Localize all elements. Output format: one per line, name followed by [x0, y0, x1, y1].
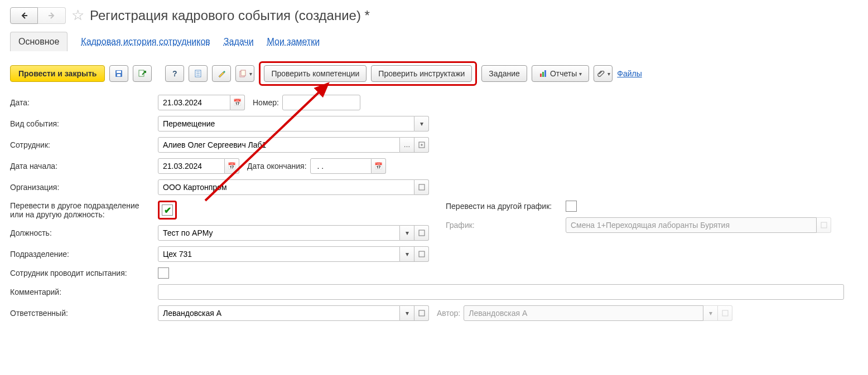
- event-type-label: Вид события:: [10, 119, 158, 128]
- transfer-schedule-label: Перевести на другой график:: [446, 202, 566, 211]
- employee-open-button[interactable]: [414, 137, 429, 153]
- svg-rect-15: [419, 184, 425, 190]
- number-label: Номер:: [253, 98, 279, 107]
- paperclip-icon: [596, 69, 605, 78]
- document-icon: [194, 69, 202, 78]
- dept-input[interactable]: [158, 246, 400, 262]
- arrow-right-icon: [47, 11, 56, 20]
- open-icon: [417, 140, 426, 149]
- end-date-picker-button[interactable]: 📅: [372, 158, 386, 174]
- position-dropdown-button[interactable]: ▾: [400, 225, 414, 241]
- dept-open-button[interactable]: [414, 246, 429, 262]
- svg-rect-9: [241, 70, 245, 76]
- responsible-input[interactable]: [158, 305, 400, 321]
- responsible-label: Ответственный:: [10, 309, 158, 318]
- start-date-picker-button[interactable]: 📅: [225, 158, 239, 174]
- end-date-input[interactable]: [310, 158, 372, 174]
- create-from-button[interactable]: [235, 65, 254, 82]
- save-button[interactable]: [109, 65, 128, 82]
- date-label: Дата:: [10, 98, 158, 107]
- nav-back-button[interactable]: [10, 7, 38, 24]
- responsible-open-button[interactable]: [414, 305, 429, 321]
- svg-rect-18: [821, 222, 827, 228]
- svg-rect-19: [419, 310, 425, 316]
- page-title: Регистрация кадрового события (создание)…: [90, 8, 370, 23]
- highlighted-buttons-group: Проверить компетенции Проверить инструкт…: [259, 61, 477, 86]
- start-date-input[interactable]: [158, 158, 225, 174]
- author-dropdown-button: ▾: [703, 305, 718, 321]
- dept-label: Подразделение:: [10, 250, 158, 259]
- open-icon: [417, 228, 426, 237]
- event-type-input[interactable]: [158, 116, 414, 132]
- calendar-icon: 📅: [228, 162, 236, 170]
- calendar-icon: 📅: [233, 99, 242, 106]
- end-date-label: Дата окончания:: [247, 162, 307, 171]
- check-instructions-button[interactable]: Проверить инструктажи: [371, 65, 472, 82]
- date-input[interactable]: [158, 95, 230, 110]
- task-button[interactable]: Задание: [481, 65, 527, 82]
- date-picker-button[interactable]: 📅: [230, 95, 245, 110]
- author-label: Автор:: [437, 309, 460, 318]
- open-icon: [417, 309, 426, 318]
- transfer-dept-highlight: [158, 201, 177, 220]
- post-button[interactable]: [133, 65, 152, 82]
- calendar-icon: 📅: [374, 162, 383, 170]
- doc-button[interactable]: [189, 65, 208, 82]
- tests-checkbox[interactable]: [158, 267, 169, 279]
- copy-doc-icon: [238, 69, 247, 78]
- employee-input[interactable]: [158, 137, 400, 153]
- post-and-close-button[interactable]: Провести и закрыть: [10, 65, 105, 82]
- question-icon: ?: [172, 69, 177, 78]
- svg-rect-11: [542, 72, 544, 77]
- responsible-dropdown-button[interactable]: ▾: [400, 305, 414, 321]
- post-icon: [138, 69, 147, 78]
- tab-notes[interactable]: Мои заметки: [267, 37, 320, 47]
- tab-history[interactable]: Кадровая история сотрудников: [81, 37, 210, 47]
- favorite-star-icon[interactable]: ☆: [71, 7, 84, 24]
- marker-button[interactable]: [212, 65, 231, 82]
- comment-input[interactable]: [158, 284, 844, 300]
- svg-rect-1: [117, 71, 121, 73]
- open-icon: [819, 221, 828, 230]
- reports-button[interactable]: Отчеты: [532, 65, 589, 82]
- nav-forward-button[interactable]: [38, 7, 66, 24]
- comment-label: Комментарий:: [10, 288, 158, 296]
- save-icon: [114, 69, 123, 78]
- tests-label: Сотрудник проводит испытания:: [10, 269, 158, 277]
- schedule-input: [566, 217, 817, 233]
- transfer-dept-label: Перевести в другое подразделение или на …: [10, 201, 158, 219]
- number-input[interactable]: [282, 95, 360, 110]
- files-link[interactable]: Файлы: [617, 69, 642, 78]
- schedule-label: График:: [446, 221, 566, 230]
- transfer-schedule-checkbox[interactable]: [566, 201, 577, 212]
- svg-rect-2: [117, 74, 120, 76]
- chart-icon: [539, 69, 548, 78]
- position-input[interactable]: [158, 225, 400, 241]
- transfer-dept-checkbox[interactable]: [162, 204, 173, 216]
- attach-button[interactable]: [594, 65, 613, 82]
- marker-icon: [217, 69, 226, 78]
- open-icon: [721, 309, 730, 318]
- check-competencies-button[interactable]: Проверить компетенции: [264, 65, 367, 82]
- schedule-open-button: [817, 217, 831, 233]
- org-open-button[interactable]: [414, 179, 429, 195]
- org-input[interactable]: [158, 179, 414, 195]
- org-label: Организация:: [10, 183, 158, 192]
- dept-dropdown-button[interactable]: ▾: [400, 246, 414, 262]
- reports-label: Отчеты: [550, 69, 577, 78]
- employee-label: Сотрудник:: [10, 140, 158, 149]
- svg-rect-10: [540, 74, 542, 77]
- svg-rect-20: [722, 310, 728, 316]
- employee-select-button[interactable]: …: [400, 137, 414, 153]
- author-input: [464, 305, 703, 321]
- author-open-button: [718, 305, 732, 321]
- svg-rect-16: [419, 230, 425, 236]
- tab-tasks[interactable]: Задачи: [224, 37, 254, 47]
- tab-main[interactable]: Основное: [10, 32, 67, 51]
- svg-rect-12: [544, 70, 546, 77]
- position-open-button[interactable]: [414, 225, 429, 241]
- help-button[interactable]: ?: [165, 65, 184, 82]
- position-label: Должность:: [10, 228, 158, 237]
- start-date-label: Дата начала:: [10, 162, 158, 171]
- event-type-dropdown-button[interactable]: ▾: [414, 116, 429, 132]
